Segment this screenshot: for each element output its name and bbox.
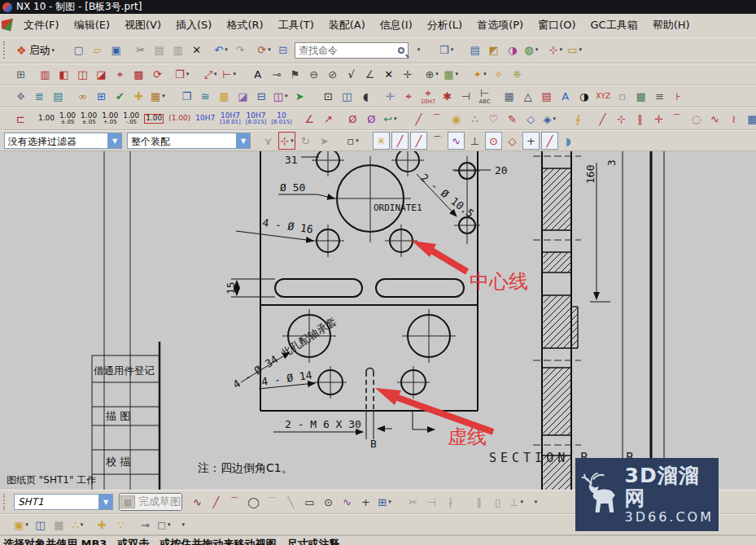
- sketch-arc-icon[interactable]: ⌒: [669, 110, 686, 128]
- menu-format[interactable]: 格式(R): [219, 15, 270, 35]
- touch-mode-icon[interactable]: ⊟: [274, 41, 291, 59]
- target-slope-icon[interactable]: ∠: [361, 66, 378, 84]
- display-settings-icon[interactable]: ▤: [466, 41, 483, 59]
- check-clearance-icon[interactable]: ◻▾: [155, 516, 173, 534]
- visual-style-icon[interactable]: ◩: [485, 41, 502, 59]
- placeholder-icon[interactable]: ▦: [50, 516, 68, 534]
- profile-icon[interactable]: ∿: [189, 493, 206, 511]
- chevron-down-icon[interactable]: ▾: [579, 47, 583, 53]
- section-view-icon[interactable]: ◪: [93, 66, 110, 84]
- selection-filter-combo[interactable]: 没有选择过滤器 ▼: [4, 133, 122, 149]
- menu-view[interactable]: 视图(V): [117, 15, 168, 35]
- snap-center-icon[interactable]: ⊙: [485, 132, 502, 150]
- line-tool-icon[interactable]: ╱: [410, 110, 427, 128]
- menu-window[interactable]: 窗口(O): [531, 15, 583, 35]
- graphics-window[interactable]: 借通用件登记 描 图 校 描: [0, 151, 756, 490]
- snap-spline-point-icon[interactable]: ∿: [448, 132, 465, 150]
- datum-feature-icon[interactable]: ⚑: [286, 66, 304, 84]
- more-options-icon[interactable]: ▾: [174, 516, 191, 534]
- snap-toggle-icon[interactable]: ⋎: [260, 132, 277, 150]
- orient-view-icon[interactable]: ➤: [291, 88, 308, 106]
- part-cleanup-icon[interactable]: ❈: [509, 66, 526, 84]
- tol-none-icon[interactable]: 1.00: [37, 110, 56, 128]
- line-icon[interactable]: ╱: [208, 493, 225, 511]
- chevron-down-icon[interactable]: ▾: [435, 72, 439, 77]
- redo-icon[interactable]: ↷: [231, 41, 248, 59]
- assembly-constraints-icon[interactable]: ✔: [111, 88, 129, 106]
- copy-icon[interactable]: ▤: [151, 41, 168, 59]
- offset-curve-icon[interactable]: ⊞▾: [376, 493, 393, 511]
- add-instance-icon[interactable]: ∴▾: [69, 516, 86, 534]
- chevron-down-icon[interactable]: ▼: [236, 133, 250, 148]
- shortcut-icon[interactable]: [2, 19, 13, 32]
- detail-view-icon[interactable]: ⌖: [111, 66, 129, 84]
- circle-icon[interactable]: ◯: [245, 493, 262, 511]
- pattern-component-icon[interactable]: ▦▾: [149, 88, 167, 106]
- menu-gc-toolbox[interactable]: GC工具箱: [583, 15, 645, 35]
- component-tools-icon[interactable]: ✚: [94, 516, 111, 534]
- table-icon[interactable]: ▤: [538, 88, 555, 106]
- constraint-settings-icon[interactable]: ⊥▾: [508, 493, 525, 511]
- chevron-down-icon[interactable]: ▾: [234, 72, 237, 77]
- intersection-symbol-icon[interactable]: ✛: [399, 66, 416, 84]
- fit-10h7-limit-1-icon[interactable]: 10H7[18.01]: [218, 110, 243, 128]
- explode-icon[interactable]: ❖: [12, 88, 29, 106]
- chevron-down-icon[interactable]: ▾: [225, 47, 228, 53]
- snap-point-on-curve-icon[interactable]: ╱: [541, 132, 558, 150]
- sketch-line-icon[interactable]: ╱: [594, 110, 611, 128]
- chevron-down-icon[interactable]: ▾: [553, 116, 557, 122]
- delete-icon[interactable]: ✕: [188, 41, 205, 59]
- sketch-axis-icon[interactable]: ⊹: [613, 110, 630, 128]
- point-set-icon[interactable]: ∴: [466, 110, 483, 128]
- browser-icon[interactable]: ◪: [234, 88, 251, 106]
- tol-bilateral-icon[interactable]: 1.00±.05: [79, 110, 98, 128]
- swatch-icon[interactable]: ▫: [614, 88, 631, 106]
- new-sheet-icon[interactable]: ⊞: [12, 66, 29, 84]
- note-icon[interactable]: A: [249, 66, 266, 84]
- rotate-snap-icon[interactable]: ↻: [297, 132, 314, 150]
- chevron-down-icon[interactable]: ▾: [356, 138, 359, 144]
- chevron-down-icon[interactable]: ▾: [285, 94, 288, 99]
- image-icon[interactable]: ▦▾: [442, 66, 460, 84]
- menu-assemblies[interactable]: 装配(A): [321, 15, 373, 35]
- annotation-editor-icon[interactable]: A: [557, 88, 574, 106]
- cell-settings-icon[interactable]: ▩: [632, 88, 649, 106]
- frame-split-icon[interactable]: ◫: [339, 88, 356, 106]
- chevron-down-icon[interactable]: ▾: [214, 72, 217, 77]
- dim-frame-icon[interactable]: ⊏: [12, 110, 29, 128]
- snap-quadrant-icon[interactable]: ◇: [504, 132, 521, 150]
- abc-dimension-icon[interactable]: ⊢ABC: [476, 88, 493, 106]
- selection-scope-combo[interactable]: 整个装配 ▼: [127, 133, 251, 149]
- snap-intersection-icon[interactable]: +: [522, 132, 540, 150]
- marquee-select-icon[interactable]: ▫▾: [344, 132, 361, 150]
- repeat-command-icon[interactable]: ⟳▾: [256, 41, 273, 59]
- menu-help[interactable]: 帮助(H): [645, 15, 697, 35]
- view-wizard-icon[interactable]: ▥: [37, 66, 54, 84]
- wave-link-icon[interactable]: ∞: [74, 88, 91, 106]
- show-constraints-icon[interactable]: ▯: [489, 493, 506, 511]
- menu-preferences[interactable]: 首选项(P): [470, 15, 531, 35]
- menu-insert[interactable]: 插入(S): [168, 15, 219, 35]
- sketch-curve-icon[interactable]: ≀: [725, 110, 742, 128]
- window-split-icon[interactable]: ❐: [178, 88, 195, 106]
- balance-symbol-icon[interactable]: ◑: [575, 88, 592, 106]
- sketch-grid-icon[interactable]: ▦: [744, 110, 756, 128]
- projected-view-icon[interactable]: ◫: [74, 66, 91, 84]
- layer-settings-icon[interactable]: ≣: [31, 88, 48, 106]
- edit-dimension-icon[interactable]: ✱: [439, 88, 456, 106]
- chevron-down-icon[interactable]: ▾: [535, 499, 538, 505]
- sketch-parallel-icon[interactable]: ∥: [631, 110, 649, 128]
- frame-single-icon[interactable]: ⊡: [320, 88, 337, 106]
- snap-control-point-icon[interactable]: ╱: [410, 132, 427, 150]
- component-numbering-icon[interactable]: ⊟: [253, 88, 270, 106]
- chevron-down-icon[interactable]: ▾: [388, 499, 391, 505]
- tol-reference-icon[interactable]: (1.00): [167, 110, 192, 128]
- toolbar-grip[interactable]: [3, 494, 8, 510]
- xyz-coords-icon[interactable]: XYZ: [594, 88, 612, 106]
- dimension-find-icon[interactable]: ⌖: [400, 88, 417, 106]
- sketch-tool-icon[interactable]: ✎: [504, 110, 521, 128]
- undo-icon[interactable]: ↶▾: [212, 41, 229, 59]
- chevron-down-icon[interactable]: ▾: [186, 72, 190, 77]
- chevron-down-icon[interactable]: ▾: [291, 138, 294, 144]
- grid-icon[interactable]: ▦: [500, 88, 518, 106]
